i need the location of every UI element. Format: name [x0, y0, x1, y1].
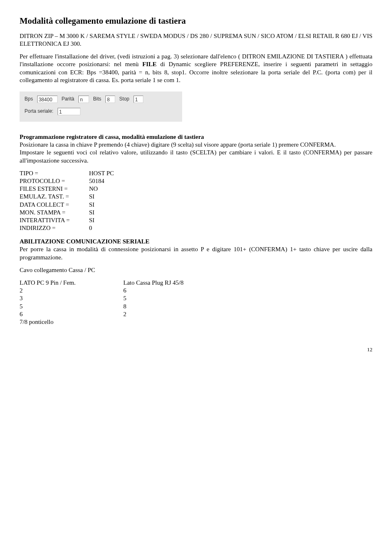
setting-key: INDIRIZZO = [20, 224, 89, 232]
bits-label: Bits [93, 96, 101, 102]
cable-cell-b: 8 [123, 303, 127, 310]
setting-val: SI [89, 201, 94, 209]
setting-row: EMULAZ. TAST. = SI [20, 193, 372, 201]
cable-header: LATO PC 9 Pin / Fem. Lato Cassa Plug RJ … [20, 279, 372, 287]
setting-val: NO [89, 185, 98, 193]
stop-label: Stop [119, 96, 129, 102]
abilitazione-text: Per porre la cassa in modalità di connes… [20, 246, 372, 260]
setting-val: HOST PC [89, 170, 114, 177]
abilitazione-section: ABILITAZIONE COMUNICAZIONE SERIALE Per p… [20, 238, 372, 261]
setting-val: SI [89, 209, 94, 216]
bps-field[interactable]: 38400 [37, 96, 58, 103]
setting-row: DATA COLLECT = SI [20, 201, 372, 209]
cable-row: 6 2 [20, 310, 372, 318]
serial-config-row-1: Bps 38400 Parità n Bits 8 Stop 1 [24, 96, 177, 103]
cable-header-b: Lato Cassa Plug RJ 45/8 [123, 279, 184, 287]
porta-field[interactable]: 1 [58, 108, 80, 115]
parita-field[interactable]: n [78, 96, 89, 103]
porta-label: Porta seriale: [24, 108, 53, 114]
page-title: Modalità collegamento emulazione di tast… [20, 16, 372, 27]
setting-row: MON. STAMPA = SI [20, 209, 372, 216]
intro-text-bold: FILE [142, 61, 156, 67]
cable-table: LATO PC 9 Pin / Fem. Lato Cassa Plug RJ … [20, 279, 372, 326]
setting-key: DATA COLLECT = [20, 201, 89, 209]
programming-line-1: Posizionare la cassa in chiave P premend… [20, 141, 336, 148]
cable-cell-a: 6 [20, 310, 123, 318]
intro-paragraph: Per effettuare l'installazione del drive… [20, 53, 372, 84]
cable-cell-a: 2 [20, 287, 123, 295]
setting-val: SI [89, 193, 94, 201]
cable-header-a: LATO PC 9 Pin / Fem. [20, 279, 123, 287]
settings-list: TIPO = HOST PC PROTOCOLLO = 50184 FILES … [20, 170, 372, 232]
cable-cell-a: 3 [20, 295, 123, 302]
device-models: DITRON ZIP – M 3000 K / SAREMA STYLE / S… [20, 32, 372, 48]
programming-section: Programmazione registratore di cassa, mo… [20, 133, 372, 165]
serial-config-panel: Bps 38400 Parità n Bits 8 Stop 1 Porta s… [20, 91, 182, 122]
page-number: 12 [20, 346, 372, 353]
bits-field[interactable]: 8 [105, 96, 115, 103]
cable-cell-a: 5 [20, 303, 123, 310]
setting-key: FILES ESTERNI = [20, 185, 89, 193]
setting-key: PROTOCOLLO = [20, 177, 89, 185]
cavo-title: Cavo collegamento Cassa / PC [20, 266, 372, 274]
setting-val: 50184 [89, 177, 105, 185]
setting-row: INDIRIZZO = 0 [20, 224, 372, 232]
setting-row: PROTOCOLLO = 50184 [20, 177, 372, 185]
serial-config-row-2: Porta seriale: 1 [24, 108, 177, 115]
programming-title: Programmazione registratore di cassa, mo… [20, 134, 204, 140]
setting-key: MON. STAMPA = [20, 209, 89, 216]
setting-row: INTERATTIVITA = SI [20, 216, 372, 224]
setting-row: FILES ESTERNI = NO [20, 185, 372, 193]
setting-key: TIPO = [20, 170, 89, 177]
setting-key: INTERATTIVITA = [20, 216, 89, 224]
cable-row: 3 5 [20, 295, 372, 302]
stop-field[interactable]: 1 [134, 96, 143, 103]
setting-val: SI [89, 216, 94, 224]
abilitazione-title: ABILITAZIONE COMUNICAZIONE SERIALE [20, 238, 149, 245]
setting-key: EMULAZ. TAST. = [20, 193, 89, 201]
cable-row: 5 8 [20, 303, 372, 310]
cable-cell-b: 2 [123, 310, 127, 318]
cable-cell-b: 6 [123, 287, 127, 295]
setting-val: 0 [89, 224, 92, 232]
setting-row: TIPO = HOST PC [20, 170, 372, 177]
cable-cell-b: 5 [123, 295, 127, 302]
programming-line-2: Impostare le seguenti voci col relativo … [20, 149, 372, 163]
cable-row: 2 6 [20, 287, 372, 295]
parita-label: Parità [62, 96, 74, 102]
cable-footer: 7/8 ponticello [20, 318, 372, 326]
bps-label: Bps [24, 96, 33, 102]
